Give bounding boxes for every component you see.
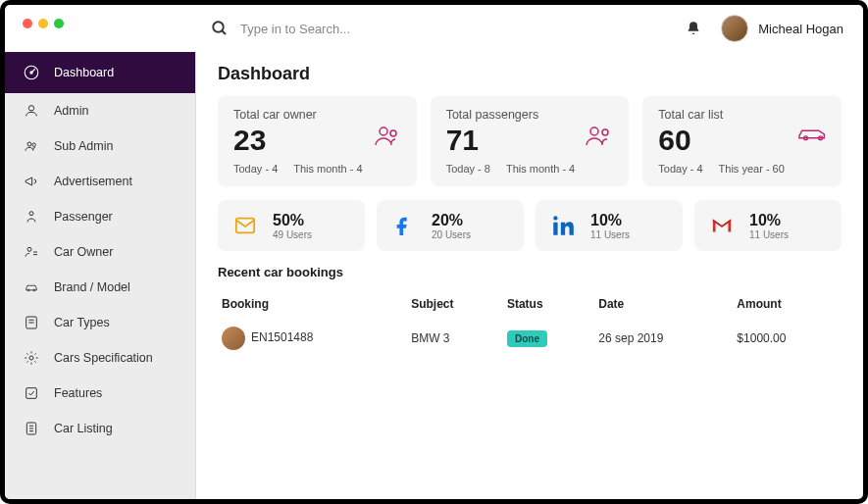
svg-point-21: [390, 130, 396, 136]
social-pct: 10%: [749, 212, 789, 229]
sidebar-item-advertisement[interactable]: Advertisement: [5, 164, 195, 199]
sidebar-label: Passenger: [54, 210, 113, 224]
sidebar-label: Car Listing: [54, 422, 113, 435]
cell-subject: BMW 3: [407, 319, 503, 358]
search-box[interactable]: [211, 20, 686, 37]
sidebar-item-features[interactable]: Features: [5, 376, 195, 411]
facebook-icon: [388, 210, 420, 241]
sidebar-label: Sub Admin: [54, 139, 113, 153]
page-title: Dashboard: [218, 64, 842, 84]
cartype-icon: [23, 314, 40, 331]
cell-date: 26 sep 2019: [594, 319, 733, 358]
status-badge: Done: [507, 330, 547, 347]
cell-status: Done: [503, 319, 594, 358]
search-input[interactable]: [240, 22, 535, 36]
stat-card-carlist: Total car list 60 Today - 4 This year - …: [642, 96, 842, 186]
sidebar-item-car-owner[interactable]: Car Owner: [5, 234, 195, 270]
social-card-gmail: 10% 11 Users: [694, 200, 842, 251]
table-header-row: Booking Subject Status Date Amount: [218, 289, 842, 319]
social-users: 20 Users: [432, 229, 471, 240]
bookings-section: Recent car bookings Booking Subject Stat…: [218, 265, 842, 358]
svg-point-22: [590, 127, 598, 135]
social-users: 49 Users: [273, 229, 312, 240]
sidebar-item-passenger[interactable]: Passenger: [5, 199, 195, 234]
linkedin-icon: [547, 210, 579, 241]
social-card-facebook: 20% 20 Users: [377, 200, 524, 251]
svg-line-1: [222, 30, 226, 34]
stat-sub: Today - 4 This year - 60: [658, 163, 826, 175]
bookings-title: Recent car bookings: [218, 265, 842, 279]
gmail-icon: [706, 210, 738, 241]
row-avatar: [222, 327, 245, 350]
col-amount: Amount: [733, 289, 842, 319]
stat-label: Total car list: [658, 108, 826, 122]
notifications-icon[interactable]: [686, 21, 701, 36]
stat-card-passengers: Total passengers 71 Today - 8 This month…: [431, 96, 630, 186]
svg-point-0: [213, 22, 224, 32]
bookings-table: Booking Subject Status Date Amount EN150…: [218, 289, 842, 358]
sidebar-label: Dashboard: [54, 66, 114, 79]
svg-point-28: [553, 216, 557, 220]
social-pct: 10%: [590, 212, 630, 229]
svg-point-4: [28, 106, 33, 111]
svg-rect-15: [26, 388, 37, 399]
sidebar-item-admin[interactable]: Admin: [5, 93, 195, 128]
search-icon: [211, 20, 229, 37]
owner-icon: [23, 243, 40, 261]
maximize-dot[interactable]: [54, 19, 64, 28]
window-controls: [23, 19, 64, 28]
stat-label: Total passengers: [446, 108, 614, 122]
stat-sub: Today - 8 This month - 4: [446, 163, 614, 175]
social-stats-row: 50% 49 Users 20% 20 Users 10% 11 Users: [218, 200, 842, 251]
user-menu[interactable]: Micheal Hogan: [721, 15, 843, 42]
sidebar-label: Brand / Model: [54, 280, 130, 294]
social-card-linkedin: 10% 11 Users: [536, 200, 683, 251]
user-icon: [23, 102, 40, 120]
svg-point-6: [32, 143, 35, 146]
sidebar-item-car-listing[interactable]: Car Listing: [5, 411, 195, 446]
close-dot[interactable]: [23, 19, 32, 28]
stat-label: Total car owner: [233, 108, 401, 122]
cell-booking: EN1501488: [218, 319, 407, 358]
owner-stat-icon: [372, 124, 403, 147]
svg-point-7: [29, 212, 33, 216]
avatar: [721, 15, 748, 42]
passenger-icon: [23, 208, 40, 226]
sidebar-item-sub-admin[interactable]: Sub Admin: [5, 128, 195, 164]
sidebar-label: Features: [54, 386, 102, 400]
svg-rect-27: [553, 223, 557, 235]
svg-point-5: [27, 142, 31, 146]
sidebar-label: Admin: [54, 104, 88, 118]
stat-cards-row: Total car owner 23 Today - 4 This month …: [218, 96, 842, 186]
social-users: 11 Users: [590, 229, 630, 240]
sidebar-item-brand-model[interactable]: Brand / Model: [5, 270, 195, 305]
cell-amount: $1000.00: [733, 319, 842, 358]
sidebar-label: Advertisement: [54, 175, 132, 188]
col-date: Date: [594, 289, 733, 319]
svg-point-20: [380, 127, 387, 135]
megaphone-icon: [23, 173, 40, 190]
social-users: 11 Users: [749, 229, 789, 240]
table-row[interactable]: EN1501488 BMW 3 Done 26 sep 2019 $1000.0…: [218, 319, 842, 358]
spec-icon: [23, 349, 40, 367]
social-pct: 20%: [432, 212, 471, 229]
svg-point-8: [27, 247, 31, 251]
listing-icon: [23, 420, 40, 437]
col-booking: Booking: [218, 289, 407, 319]
stat-sub: Today - 4 This month - 4: [233, 163, 401, 175]
sidebar-item-cars-specification[interactable]: Cars Specification: [5, 340, 195, 376]
sidebar-item-car-types[interactable]: Car Types: [5, 305, 195, 340]
stat-card-owner: Total car owner 23 Today - 4 This month …: [218, 96, 417, 186]
svg-point-14: [29, 356, 33, 360]
sidebar-label: Car Owner: [54, 245, 113, 259]
main-content: Dashboard Total car owner 23 Today - 4 T…: [196, 52, 863, 499]
car-stat-icon: [796, 124, 828, 147]
sidebar-label: Cars Specification: [54, 351, 153, 365]
sidebar: Dashboard Admin Sub Admin Advertisement …: [5, 52, 196, 499]
features-icon: [23, 384, 40, 402]
minimize-dot[interactable]: [38, 19, 48, 28]
car-brand-icon: [23, 278, 40, 296]
sidebar-item-dashboard[interactable]: Dashboard: [5, 52, 195, 93]
svg-point-3: [30, 72, 32, 74]
username: Micheal Hogan: [758, 22, 843, 36]
